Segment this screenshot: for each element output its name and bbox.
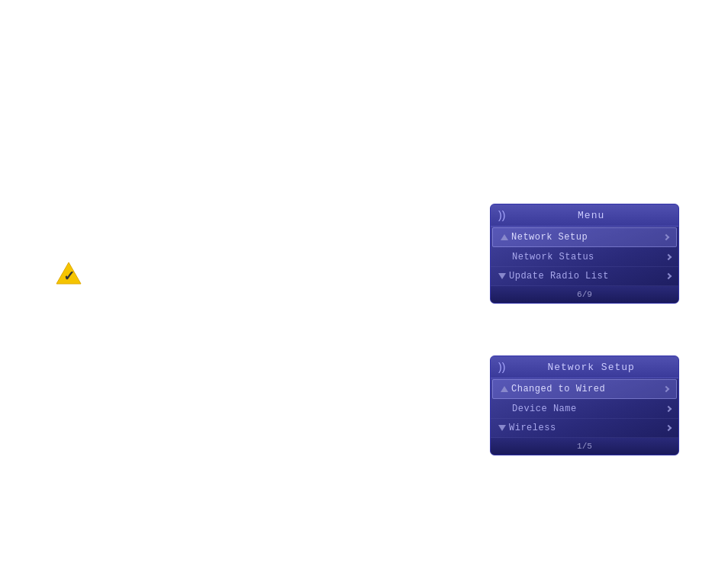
menu-row-wireless[interactable]: Wireless — [491, 419, 678, 438]
page-indicator-top: 6/9 — [491, 286, 678, 303]
panel-header-menu: )) Menu — [491, 204, 678, 227]
menu-label-network-status: Network Status — [498, 252, 666, 262]
chevron-right-icon-3 — [665, 273, 672, 279]
menu-label-device-name: Device Name — [498, 404, 666, 414]
wifi-icon-bottom: )) — [498, 361, 505, 373]
menu-row-network-setup[interactable]: Network Setup — [492, 227, 677, 247]
wifi-icon: )) — [498, 209, 505, 221]
chevron-right-icon-2 — [665, 254, 672, 260]
svg-text:✓: ✓ — [63, 269, 75, 284]
panel-title-network-setup: Network Setup — [511, 362, 671, 373]
panel-title-menu: Menu — [511, 210, 671, 221]
menu-panel: )) Menu Network Setup Network Status Upd… — [490, 204, 679, 304]
menu-row-changed-wired[interactable]: Changed to Wired — [492, 379, 677, 399]
arrow-up-icon — [501, 234, 508, 240]
warning-icon: ✓ — [55, 261, 82, 285]
menu-row-device-name[interactable]: Device Name — [491, 400, 678, 419]
chevron-right-icon-4 — [663, 386, 669, 392]
arrow-down-icon — [498, 273, 506, 279]
arrow-down-icon-bottom — [498, 425, 506, 431]
menu-label-update-radio: Update Radio List — [509, 271, 666, 282]
arrow-up-icon-bottom — [501, 386, 508, 392]
menu-label-wireless: Wireless — [509, 423, 666, 433]
menu-row-network-status[interactable]: Network Status — [491, 248, 678, 267]
chevron-right-icon — [663, 234, 669, 240]
page-indicator-bottom: 1/5 — [491, 438, 678, 455]
chevron-right-icon-5 — [665, 406, 672, 412]
chevron-right-icon-6 — [665, 425, 672, 431]
menu-label-changed-wired: Changed to Wired — [511, 384, 664, 394]
panel-header-network-setup: )) Network Setup — [491, 356, 678, 378]
menu-label-network-setup: Network Setup — [511, 232, 664, 243]
menu-row-update-radio[interactable]: Update Radio List — [491, 267, 678, 286]
network-setup-panel: )) Network Setup Changed to Wired Device… — [490, 355, 679, 455]
